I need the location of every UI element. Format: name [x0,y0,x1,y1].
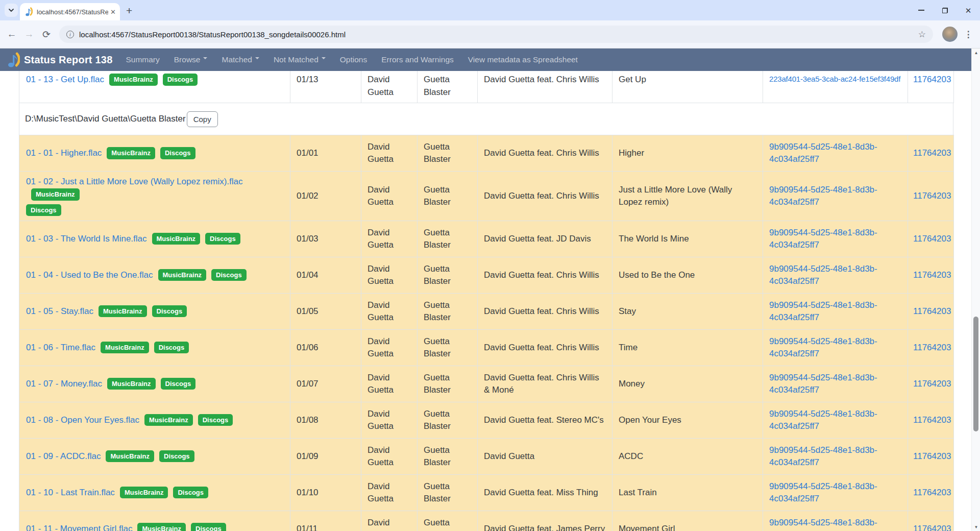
back-button[interactable]: ← [3,26,20,43]
scrollbar-thumb[interactable] [973,317,978,431]
musicbrainz-id-link[interactable]: 223af401-3ea5-3cab-ac24-fe15ef3f49df [769,75,900,83]
album-artist-cell: David Guetta [478,439,612,475]
song-file-link[interactable]: 01 - 03 - The World Is Mine.flac [26,234,147,244]
title-cell: Time [612,330,763,366]
album-cell: Guetta Blaster [418,402,478,439]
bookmark-star-icon[interactable]: ☆ [918,29,926,40]
discogs-id-link[interactable]: 11764203 [913,270,951,280]
badge-musicbrainz: MusicBrainz [106,450,154,463]
album-artist-cell: David Guetta feat. JD Davis [478,221,612,257]
song-badges: MusicBrainzDiscogs [139,415,233,425]
song-file-cell: 01 - 10 - Last Train.flacMusicBrainzDisc… [19,475,290,511]
chevron-down-icon [203,57,207,61]
album-cell: Guetta Blaster [418,172,478,221]
musicbrainz-id-cell: 9b909544-5d25-48e1-8d3b-4c034af25ff7 [763,402,908,439]
discogs-id-link[interactable]: 11764203 [913,379,951,389]
vertical-scrollbar[interactable]: ▲ ▼ [971,49,980,531]
table-row: 01 - 11 - Movement Girl.flacMusicBrainzD… [19,511,954,531]
reload-button[interactable]: ⟳ [38,26,55,43]
song-badges: MusicBrainzDiscogs [153,270,247,280]
track-number-cell: 01/08 [290,402,361,439]
musicbrainz-id-link[interactable]: 9b909544-5d25-48e1-8d3b-4c034af25ff7 [769,373,877,395]
song-file-link[interactable]: 01 - 07 - Money.flac [26,379,102,389]
songs-table: 01 - 01 - Higher.flacMusicBrainzDiscogs … [19,135,954,531]
album-artist-cell: David Guetta feat. Chris Willis [478,257,612,294]
scrollbar-down-arrow[interactable]: ▼ [972,523,980,531]
minimize-button[interactable] [910,0,933,20]
title-cell: Stay [612,294,763,330]
song-file-cell: 01 - 06 - Time.flacMusicBrainzDiscogs [19,330,290,366]
song-file-link[interactable]: 01 - 13 - Get Up.flac [26,75,104,84]
musicbrainz-id-link[interactable]: 9b909544-5d25-48e1-8d3b-4c034af25ff7 [769,409,877,431]
close-window-button[interactable]: ✕ [957,0,980,20]
track-number-cell: 01/03 [290,221,361,257]
page-info-icon[interactable]: i [66,31,74,38]
song-file-link[interactable]: 01 - 11 - Movement Girl.flac [26,524,132,531]
album-artist-cell: David Guetta feat. Chris Willis [478,172,612,221]
url-text[interactable]: localhost:4567/StatusReport00138/StatusR… [79,30,918,39]
scrollbar-up-arrow[interactable]: ▲ [972,49,980,57]
discogs-id-cell: 11764203 [908,330,954,366]
title-cell: Higher [612,135,763,172]
discogs-id-link[interactable]: 11764203 [913,148,951,158]
musicbrainz-id-link[interactable]: 9b909544-5d25-48e1-8d3b-4c034af25ff7 [769,445,877,468]
musicbrainz-id-link[interactable]: 9b909544-5d25-48e1-8d3b-4c034af25ff7 [769,300,877,323]
profile-avatar[interactable] [942,27,958,42]
address-bar[interactable]: i localhost:4567/StatusReport00138/Statu… [59,26,933,43]
tab-strip-chevron-button[interactable] [5,4,18,17]
copy-path-button[interactable]: Copy [187,111,218,127]
nav-item-view-metadata-as-spreadsheet[interactable]: View metadata as Spreadsheet [461,55,585,64]
tab-strip: localhost:4567/StatusReport001 ✕ + ✕ [0,0,980,20]
song-file-link[interactable]: 01 - 08 - Open Your Eyes.flac [26,415,139,425]
new-tab-button[interactable]: + [126,5,132,16]
discogs-id-link[interactable]: 11764203 [913,75,951,84]
album-cell: Guetta Blaster [418,294,478,330]
chevron-down-icon [8,7,14,13]
song-file-link[interactable]: 01 - 05 - Stay.flac [26,306,93,316]
discogs-id-cell: 11764203 [908,71,954,103]
discogs-id-link[interactable]: 11764203 [913,415,951,425]
discogs-id-link[interactable]: 11764203 [913,191,951,201]
song-file-cell: 01 - 09 - ACDC.flacMusicBrainzDiscogs [19,439,290,475]
nav-item-matched[interactable]: Matched [214,55,266,64]
discogs-id-link[interactable]: 11764203 [913,488,951,497]
musicbrainz-id-cell: 9b909544-5d25-48e1-8d3b-4c034af25ff7 [763,172,908,221]
musicbrainz-id-link[interactable]: 9b909544-5d25-48e1-8d3b-4c034af25ff7 [769,185,877,207]
browser-menu-icon[interactable]: ⋮ [962,29,975,40]
song-file-link[interactable]: 01 - 09 - ACDC.flac [26,451,101,461]
nav-item-options[interactable]: Options [333,55,374,64]
musicbrainz-id-link[interactable]: 9b909544-5d25-48e1-8d3b-4c034af25ff7 [769,481,877,504]
musicbrainz-id-link[interactable]: 9b909544-5d25-48e1-8d3b-4c034af25ff7 [769,264,877,286]
nav-item-not-matched[interactable]: Not Matched [266,55,333,64]
song-file-link[interactable]: 01 - 10 - Last Train.flac [26,488,115,497]
table-row: 01 - 01 - Higher.flacMusicBrainzDiscogs … [19,135,954,172]
directory-path: D:\MusicTest\David Guetta\Guetta Blaster [25,114,186,124]
restore-button[interactable] [933,0,957,20]
table-row: 01 - 06 - Time.flacMusicBrainzDiscogs 01… [19,330,954,366]
song-file-link[interactable]: 01 - 06 - Time.flac [26,343,95,352]
nav-item-errors-and-warnings[interactable]: Errors and Warnings [374,55,461,64]
browser-tab[interactable]: localhost:4567/StatusReport001 ✕ [20,3,120,20]
discogs-id-link[interactable]: 11764203 [913,524,951,531]
discogs-id-cell: 11764203 [908,402,954,439]
discogs-id-link[interactable]: 11764203 [913,343,951,352]
discogs-id-link[interactable]: 11764203 [913,234,951,244]
tab-close-icon[interactable]: ✕ [110,9,116,15]
musicbrainz-id-link[interactable]: 9b909544-5d25-48e1-8d3b-4c034af25ff7 [769,142,877,164]
musicbrainz-id-link[interactable]: 9b909544-5d25-48e1-8d3b-4c034af25ff7 [769,228,877,250]
nav-item-summary[interactable]: Summary [118,55,166,64]
discogs-id-link[interactable]: 11764203 [913,306,951,316]
musicbrainz-id-link[interactable]: 9b909544-5d25-48e1-8d3b-4c034af25ff7 [769,336,877,359]
window-controls: ✕ [910,0,980,20]
app-brand[interactable]: Status Report 138 [7,52,112,68]
musicbrainz-id-link[interactable]: 9b909544-5d25-48e1-8d3b-4c034af25ff7 [769,518,877,531]
album-artist-cell: David Guetta feat. Chris Willis & Moné [478,366,612,402]
song-file-link[interactable]: 01 - 02 - Just a Little More Love (Wally… [26,177,243,186]
discogs-id-link[interactable]: 11764203 [913,451,951,461]
nav-item-browse[interactable]: Browse [167,55,215,64]
forward-button[interactable]: → [20,26,38,43]
badge-discogs: Discogs [159,450,194,463]
song-file-link[interactable]: 01 - 04 - Used to Be the One.flac [26,270,153,280]
tab-title: localhost:4567/StatusReport001 [37,8,108,16]
song-file-link[interactable]: 01 - 01 - Higher.flac [26,148,102,158]
